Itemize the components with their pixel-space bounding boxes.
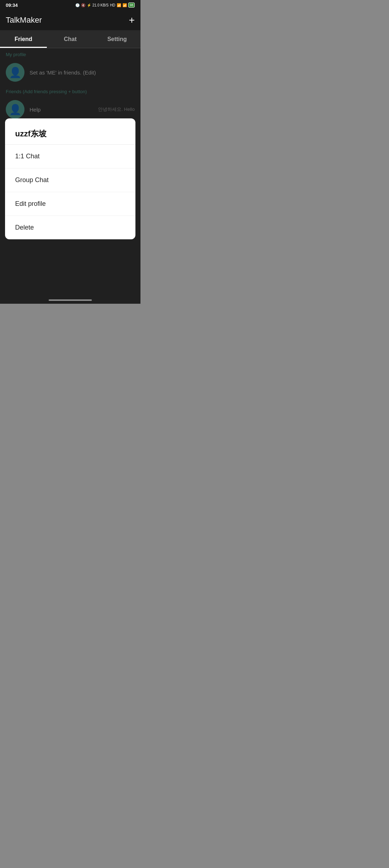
mute-icon: 🔇 — [81, 3, 85, 7]
tab-setting[interactable]: Setting — [94, 30, 140, 48]
wifi-icon: 📶 — [117, 3, 121, 7]
alarm-icon: 🕐 — [75, 3, 80, 7]
signal-icon: 📶 — [122, 3, 127, 7]
bluetooth-icon: ⚡ — [87, 3, 91, 7]
battery-box: 98 — [128, 3, 135, 8]
status-time: 09:34 — [6, 3, 18, 8]
context-menu-item-delete[interactable]: Delete — [5, 216, 135, 239]
tab-chat[interactable]: Chat — [47, 30, 94, 48]
context-menu-item-edit-profile[interactable]: Edit profile — [5, 192, 135, 216]
tab-friend[interactable]: Friend — [0, 30, 47, 48]
status-icons: 🕐 🔇 ⚡ 21.0 KB/S HD 📶 📶 98 — [75, 3, 135, 8]
status-bar: 09:34 🕐 🔇 ⚡ 21.0 KB/S HD 📶 📶 98 — [0, 0, 140, 10]
network-speed: 21.0 KB/S — [93, 3, 109, 7]
context-menu-item-group-chat[interactable]: Group Chat — [5, 168, 135, 192]
app-title: TalkMaker — [6, 15, 42, 25]
tab-bar: Friend Chat Setting — [0, 30, 140, 48]
add-button[interactable]: + — [129, 15, 135, 25]
hd-label: HD — [110, 3, 115, 7]
app-bar: TalkMaker + — [0, 10, 140, 30]
context-menu: uzzf东坡 1:1 Chat Group Chat Edit profile … — [5, 118, 135, 239]
main-content: My profile 👤 Set as 'ME' in friends. (Ed… — [0, 48, 140, 304]
context-menu-title: uzzf东坡 — [5, 118, 135, 144]
home-indicator — [49, 299, 92, 301]
context-menu-item-1-1-chat[interactable]: 1:1 Chat — [5, 145, 135, 168]
